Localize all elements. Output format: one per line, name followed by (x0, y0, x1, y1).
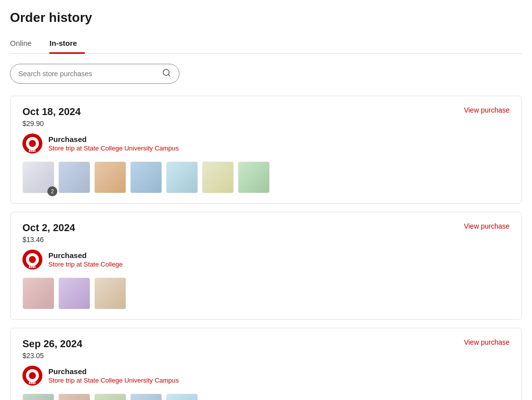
purchased-label: Purchased (48, 135, 179, 143)
tab-online[interactable]: Online (10, 34, 39, 54)
purchased-label: Purchased (48, 251, 123, 260)
svg-rect-7 (32, 149, 34, 152)
view-purchase-link[interactable]: View purchase (464, 222, 510, 230)
order-meta: Sep 26, 2024 $23.05 (22, 338, 82, 360)
store-location[interactable]: Store trip at State College University C… (48, 377, 179, 384)
product-item[interactable] (94, 394, 126, 400)
product-image (130, 161, 162, 193)
order-header: Sep 26, 2024 $23.05 View purchase (22, 338, 510, 360)
svg-rect-22 (34, 382, 35, 384)
product-item[interactable] (130, 161, 162, 193)
order-amount: $29.90 (22, 120, 81, 128)
search-icon (162, 68, 171, 79)
product-item[interactable] (202, 161, 234, 193)
product-image (94, 277, 126, 309)
product-item[interactable] (58, 394, 90, 400)
product-image (130, 394, 162, 400)
svg-rect-6 (31, 149, 32, 152)
product-image (94, 161, 126, 193)
product-item[interactable] (58, 161, 90, 193)
page-title: Order history (10, 10, 522, 25)
order-card-3: Sep 26, 2024 $23.05 View purchase (10, 328, 522, 400)
store-info: Purchased Store trip at State College Un… (22, 133, 510, 153)
order-card-2: Oct 2, 2024 $13.46 View purchase P (10, 212, 522, 320)
product-item[interactable] (22, 277, 54, 309)
product-item[interactable] (130, 394, 162, 400)
svg-rect-5 (29, 149, 30, 152)
svg-line-1 (168, 74, 170, 76)
order-header: Oct 2, 2024 $13.46 View purchase (22, 222, 510, 244)
target-logo (22, 133, 42, 153)
tabs-bar: Online In-store (10, 33, 522, 54)
svg-rect-12 (29, 266, 30, 268)
product-images: 2 (22, 161, 510, 193)
product-images (22, 277, 510, 309)
product-item[interactable] (166, 394, 198, 400)
svg-rect-14 (32, 266, 34, 268)
order-date: Oct 2, 2024 (22, 222, 75, 234)
order-meta: Oct 18, 2024 $29.90 (22, 106, 81, 128)
product-image (22, 277, 54, 309)
view-purchase-link[interactable]: View purchase (464, 106, 510, 114)
store-text: Purchased Store trip at State College (48, 251, 123, 268)
product-image (238, 161, 270, 193)
target-logo (22, 366, 42, 386)
product-image (58, 394, 90, 400)
search-bar[interactable] (10, 64, 179, 84)
order-amount: $13.46 (22, 236, 75, 244)
svg-point-4 (29, 140, 36, 147)
store-text: Purchased Store trip at State College Un… (48, 367, 179, 384)
target-logo (22, 250, 42, 269)
order-card-1: Oct 18, 2024 $29.90 View purchase (10, 96, 522, 204)
orders-container: Oct 18, 2024 $29.90 View purchase (10, 96, 522, 400)
product-item[interactable] (22, 394, 54, 400)
product-item[interactable] (94, 161, 126, 193)
store-info: Purchased Store trip at State College Un… (22, 366, 510, 386)
product-item[interactable] (94, 277, 126, 309)
view-purchase-link[interactable]: View purchase (464, 338, 510, 346)
order-header: Oct 18, 2024 $29.90 View purchase (22, 106, 510, 128)
order-date: Sep 26, 2024 (22, 338, 82, 350)
product-image (58, 277, 90, 309)
svg-rect-8 (34, 149, 35, 152)
svg-rect-13 (31, 266, 32, 268)
product-image (22, 394, 54, 400)
svg-rect-20 (31, 382, 32, 384)
product-image (166, 161, 198, 193)
store-location[interactable]: Store trip at State College (48, 261, 123, 268)
svg-rect-15 (34, 266, 35, 268)
product-item[interactable]: 2 (22, 161, 54, 193)
order-date: Oct 18, 2024 (22, 106, 81, 118)
search-input[interactable] (18, 70, 162, 78)
order-amount: $23.05 (22, 352, 82, 360)
product-image (166, 394, 198, 400)
product-item[interactable] (166, 161, 198, 193)
purchased-label: Purchased (48, 367, 179, 376)
store-location[interactable]: Store trip at State College University C… (48, 144, 179, 152)
page-container: Order history Online In-store Oct 18, 20… (0, 0, 532, 400)
product-images (22, 394, 510, 400)
svg-rect-19 (29, 382, 30, 384)
product-image (58, 161, 90, 193)
svg-point-11 (29, 256, 36, 263)
store-info: Purchased Store trip at State College (22, 250, 510, 269)
product-image (202, 161, 234, 193)
product-item[interactable] (58, 277, 90, 309)
svg-rect-21 (32, 382, 34, 384)
tab-in-store[interactable]: In-store (49, 34, 85, 54)
product-image (94, 394, 126, 400)
store-text: Purchased Store trip at State College Un… (48, 135, 179, 152)
order-meta: Oct 2, 2024 $13.46 (22, 222, 75, 244)
product-item[interactable] (238, 161, 270, 193)
svg-point-18 (29, 372, 36, 379)
product-badge: 2 (47, 186, 57, 196)
